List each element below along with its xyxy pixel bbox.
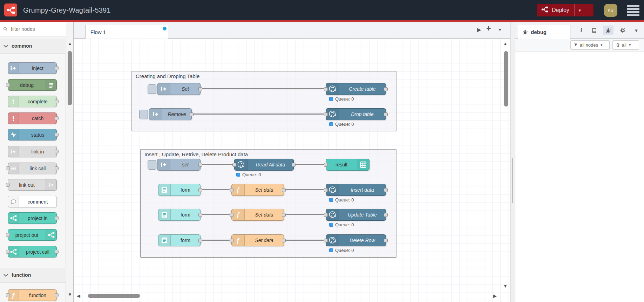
input-port[interactable]	[324, 163, 328, 167]
wire[interactable]	[285, 214, 324, 215]
output-port[interactable]	[384, 87, 388, 91]
input-port[interactable]	[324, 213, 328, 217]
sidebar-menu-caret-icon[interactable]: ▾	[631, 26, 642, 35]
deploy-caret-icon[interactable]: ▾	[575, 8, 585, 13]
wire[interactable]	[202, 240, 230, 241]
panel-resize-gutter[interactable]	[510, 22, 515, 302]
palette-node-project-out[interactable]: project out	[8, 229, 57, 241]
user-avatar[interactable]: su	[604, 4, 617, 17]
flow-node-set-data[interactable]: f Set data	[231, 234, 284, 246]
input-port[interactable]	[230, 239, 233, 242]
palette-scrollbar[interactable]: ▲ ▼	[66, 22, 74, 302]
info-button[interactable]: i	[576, 26, 587, 35]
flow-node-form[interactable]: form	[158, 184, 201, 196]
flow-node-update-table[interactable]: Update Table	[326, 209, 386, 221]
palette-node-project-call[interactable]: project call	[8, 246, 57, 258]
vertical-scrollbar-thumb[interactable]	[504, 51, 508, 107]
output-port[interactable]	[55, 216, 59, 220]
wire[interactable]	[202, 88, 324, 89]
output-port[interactable]	[384, 112, 388, 116]
output-port[interactable]	[198, 213, 202, 217]
inject-button[interactable]	[148, 84, 156, 94]
output-port[interactable]	[198, 87, 202, 91]
flow-node-read-all-data[interactable]: Read All data	[234, 159, 294, 171]
palette-node-catch[interactable]: catch	[8, 112, 57, 124]
flow-node-inject-remove[interactable]: Remove	[149, 108, 192, 120]
scroll-up-icon[interactable]: ▲	[68, 41, 72, 46]
flow-node-insert-data[interactable]: Insert data	[326, 184, 386, 196]
output-port[interactable]	[55, 250, 59, 254]
wire[interactable]	[285, 240, 324, 241]
tab-debug[interactable]: debug	[518, 25, 570, 39]
flow-node-inject-set2[interactable]: set	[157, 159, 201, 171]
filter-nodes-button[interactable]: all nodes ▾	[570, 40, 610, 50]
flow-node-form[interactable]: form	[158, 209, 201, 221]
flow-node-create-table[interactable]: Create table	[326, 83, 386, 95]
flow-node-inject-set[interactable]: Set	[157, 83, 201, 95]
palette-category-function[interactable]: function	[0, 268, 66, 283]
output-port[interactable]	[55, 99, 59, 103]
palette-node-link-out[interactable]: link out	[8, 179, 57, 191]
output-port[interactable]	[55, 66, 59, 70]
scroll-down-icon[interactable]: ▼	[503, 284, 508, 288]
input-port[interactable]	[6, 250, 10, 254]
output-port[interactable]	[190, 112, 194, 116]
input-port[interactable]	[6, 83, 10, 87]
tab-flow-1[interactable]: Flow 1	[85, 25, 168, 39]
scroll-up-icon[interactable]: ▲	[503, 41, 508, 46]
group-creating-dropping-table[interactable]: Creating and Droping Table	[131, 71, 396, 131]
input-port[interactable]	[6, 293, 10, 297]
palette-node-project-in[interactable]: project in	[8, 212, 57, 224]
config-button[interactable]	[617, 26, 628, 35]
input-port[interactable]	[324, 188, 328, 192]
input-port[interactable]	[6, 166, 10, 170]
clear-messages-button[interactable]: all ▾	[612, 40, 639, 50]
palette-category-common[interactable]: common	[0, 39, 66, 54]
inject-button[interactable]	[139, 110, 148, 119]
input-port[interactable]	[232, 163, 236, 167]
output-port[interactable]	[282, 213, 286, 217]
flow-node-delete-row[interactable]: Delete Row	[326, 234, 386, 246]
output-port[interactable]	[198, 163, 202, 167]
scroll-right-icon[interactable]: ▶	[493, 294, 497, 298]
flow-node-drop-table[interactable]: Drop table	[326, 108, 386, 120]
palette-node-status[interactable]: status	[8, 129, 57, 140]
output-port[interactable]	[198, 239, 202, 242]
flow-list-caret-icon[interactable]: ▾	[499, 27, 501, 32]
output-port[interactable]	[55, 150, 59, 153]
output-port[interactable]	[282, 239, 286, 242]
output-port[interactable]	[384, 239, 388, 242]
input-port[interactable]	[230, 213, 233, 217]
output-port[interactable]	[55, 133, 59, 137]
input-port[interactable]	[324, 112, 328, 116]
output-port[interactable]	[198, 188, 202, 192]
palette-node-link-in[interactable]: link in	[8, 146, 57, 157]
deploy-button[interactable]: Deploy ▾	[537, 4, 594, 16]
output-port[interactable]	[282, 188, 286, 192]
palette-node-complete[interactable]: complete	[8, 96, 57, 107]
scroll-left-icon[interactable]: ◀	[77, 294, 80, 298]
wire[interactable]	[193, 114, 324, 115]
output-port[interactable]	[384, 188, 388, 192]
output-port[interactable]	[55, 293, 59, 297]
resize-handle[interactable]	[512, 158, 513, 203]
wire[interactable]	[295, 164, 324, 165]
flow-node-set-data[interactable]: f Set data	[231, 184, 284, 196]
search-input[interactable]	[10, 26, 61, 32]
palette-node-inject[interactable]: inject	[8, 62, 57, 74]
horizontal-scrollbar-thumb[interactable]	[88, 294, 140, 298]
wire[interactable]	[202, 164, 232, 165]
wire[interactable]	[202, 189, 230, 190]
palette-search[interactable]	[0, 22, 66, 36]
wire[interactable]	[285, 189, 324, 190]
flow-canvas[interactable]: Creating and Droping Table Insert , Upda…	[74, 39, 510, 302]
input-port[interactable]	[6, 233, 10, 237]
output-port[interactable]	[384, 213, 388, 217]
output-port[interactable]	[55, 166, 59, 170]
scrollbar-thumb[interactable]	[68, 51, 72, 105]
add-flow-icon[interactable]: +	[486, 24, 491, 33]
input-port[interactable]	[230, 188, 233, 192]
scroll-down-icon[interactable]: ▼	[68, 292, 72, 297]
output-port[interactable]	[292, 163, 296, 167]
next-tab-icon[interactable]: ▶	[477, 27, 481, 33]
